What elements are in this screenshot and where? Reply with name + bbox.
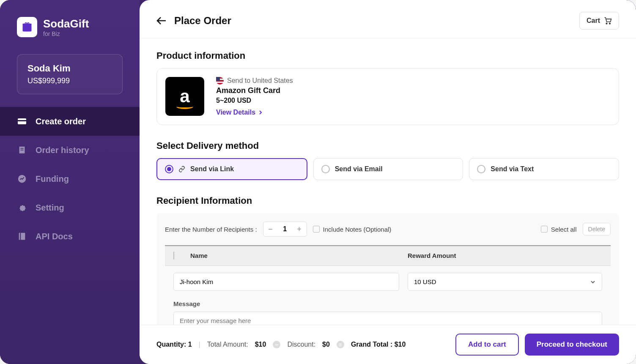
content: Product information a Send to United Sta…: [140, 38, 636, 325]
sidebar-item-funding[interactable]: Funding: [0, 164, 140, 193]
send-to: Send to United States: [216, 77, 293, 85]
sidebar-item-create-order[interactable]: Create order: [0, 107, 140, 136]
recipient-count-label: Enter the Number of Recipients :: [165, 226, 257, 233]
main: Place Order Cart Product information a S…: [140, 0, 636, 364]
book-icon: [17, 231, 27, 241]
radio-off-icon: [321, 165, 330, 173]
svg-point-9: [606, 23, 607, 24]
cart-button[interactable]: Cart: [579, 12, 619, 30]
product-card: a Send to United States Amazon Gift Card…: [156, 68, 619, 125]
table-header: Name Reward Amount: [165, 245, 611, 266]
product-name: Amazon Gift Card: [216, 86, 293, 95]
gear-icon: [17, 203, 27, 213]
chart-icon: [17, 174, 27, 184]
add-to-cart-button[interactable]: Add to cart: [455, 334, 519, 356]
delivery-link-option[interactable]: Send via Link: [156, 158, 307, 180]
cart-label: Cart: [587, 17, 600, 25]
svg-rect-5: [20, 150, 23, 150]
quantity-value: 1: [188, 341, 192, 348]
view-details-link[interactable]: View Details: [216, 109, 293, 116]
delivery-email-option[interactable]: Send via Email: [313, 158, 463, 180]
sidebar-item-label: API Docs: [36, 232, 73, 241]
sidebar-item-order-history[interactable]: Order history: [0, 136, 140, 164]
quantity-label: Quantity:: [156, 341, 186, 348]
link-icon: [178, 166, 185, 172]
sidebar: SodaGift for Biz Soda Kim US$999,999 Cre…: [0, 0, 140, 364]
sidebar-item-label: Setting: [36, 203, 64, 213]
logo-sub: for Biz: [43, 30, 89, 37]
user-name: Soda Kim: [27, 63, 112, 74]
delete-button[interactable]: Delete: [583, 223, 611, 235]
cart-icon: [603, 16, 612, 25]
page-title: Place Order: [174, 15, 231, 27]
delivery-options: Send via Link Send via Email Send via Te…: [156, 158, 619, 180]
recipient-section-title: Recipient Information: [156, 195, 619, 206]
user-balance: US$999,999: [27, 77, 112, 85]
logo-name: SodaGift: [43, 17, 89, 30]
total-label: Total Amount:: [207, 341, 248, 348]
stepper-plus[interactable]: +: [292, 222, 307, 236]
product-range: 5~200 USD: [216, 97, 293, 104]
svg-rect-4: [20, 148, 23, 148]
header: Place Order Cart: [140, 0, 636, 38]
name-input[interactable]: [173, 273, 399, 291]
svg-point-10: [609, 23, 611, 24]
grand-label: Grand Total :: [351, 341, 392, 348]
card-icon: [17, 116, 27, 126]
us-flag-icon: [216, 77, 224, 85]
back-arrow-icon[interactable]: [156, 16, 167, 25]
svg-rect-3: [18, 120, 26, 121]
include-notes-label: Include Notes (Optional): [323, 226, 392, 233]
message-input[interactable]: [173, 312, 602, 325]
header-checkbox[interactable]: [173, 252, 174, 260]
equals-circle-icon: =: [337, 341, 344, 348]
logo: SodaGift for Biz: [0, 17, 140, 54]
recipient-box: Enter the Number of Recipients : − 1 + I…: [156, 213, 619, 325]
discount-value: $0: [322, 341, 330, 348]
sidebar-item-label: Create order: [36, 117, 86, 126]
nav: Create order Order history Funding Setti…: [0, 107, 140, 251]
grand-value: $10: [395, 341, 406, 348]
select-all-label: Select all: [551, 226, 577, 233]
svg-rect-7: [19, 233, 25, 240]
footer: Quantity: 1 | Total Amount: $10 − Discou…: [140, 325, 636, 364]
radio-off-icon: [477, 165, 485, 173]
chevron-down-icon: [590, 279, 596, 285]
chevron-right-icon: [258, 110, 263, 115]
product-image: a: [165, 77, 204, 116]
stepper-value: 1: [278, 225, 292, 233]
message-label: Message: [165, 298, 611, 312]
sidebar-item-label: Funding: [36, 174, 69, 184]
delivery-section-title: Select Delivery method: [156, 140, 619, 151]
receipt-icon: [17, 145, 27, 155]
table-row: 10 USD: [165, 266, 611, 298]
reward-select[interactable]: 10 USD: [408, 273, 602, 291]
select-all-checkbox[interactable]: [541, 226, 548, 233]
svg-rect-8: [20, 233, 21, 240]
radio-on-icon: [165, 165, 173, 173]
sidebar-item-setting[interactable]: Setting: [0, 193, 140, 222]
user-card: Soda Kim US$999,999: [17, 54, 123, 94]
sidebar-item-api-docs[interactable]: API Docs: [0, 222, 140, 251]
quantity-stepper: − 1 +: [263, 222, 307, 237]
product-section-title: Product information: [156, 50, 619, 61]
include-notes-checkbox[interactable]: [313, 226, 320, 233]
total-value: $10: [255, 341, 266, 348]
stepper-minus[interactable]: −: [263, 222, 278, 236]
sidebar-item-label: Order history: [36, 145, 89, 155]
col-reward: Reward Amount: [408, 252, 602, 260]
minus-circle-icon: −: [273, 341, 280, 348]
col-name: Name: [190, 252, 408, 260]
checkout-button[interactable]: Proceed to checkout: [525, 334, 619, 356]
discount-label: Discount:: [287, 341, 315, 348]
logo-icon: [17, 17, 37, 37]
delivery-text-option[interactable]: Send via Text: [469, 158, 619, 180]
